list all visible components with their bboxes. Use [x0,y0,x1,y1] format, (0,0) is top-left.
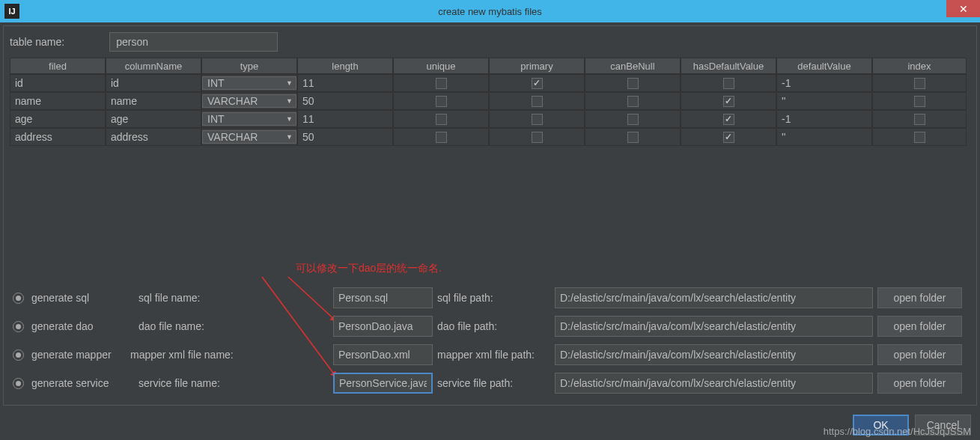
header-defaultvalue[interactable]: defaultValue [776,58,872,74]
header-length[interactable]: length [297,58,393,74]
cell-unique[interactable] [393,110,489,128]
type-select[interactable]: INT▼ [202,112,296,126]
cell-unique[interactable] [393,92,489,110]
table-name-input[interactable] [109,32,278,52]
cell-columnname[interactable]: id [106,74,201,92]
cell-filed[interactable]: name [10,92,106,110]
unique-checkbox[interactable] [436,114,447,125]
generate-sql-radio[interactable] [13,293,24,304]
index-checkbox[interactable] [914,114,925,125]
generate-service-radio[interactable] [13,378,24,389]
service-filename-input[interactable] [333,373,433,394]
header-columnname[interactable]: columnName [106,58,201,74]
mapper-filename-input[interactable] [333,344,433,365]
header-primary[interactable]: primary [489,58,585,74]
cell-type[interactable]: INT▼ [201,110,297,128]
dao-path-input[interactable] [555,316,873,337]
header-index[interactable]: index [872,58,967,74]
dao-open-folder-button[interactable]: open folder [877,316,962,337]
primary-checkbox[interactable] [532,78,543,89]
cell-primary[interactable] [489,128,585,146]
cell-hasdefault[interactable] [681,92,776,110]
type-select[interactable]: VARCHAR▼ [202,130,296,144]
cell-index[interactable] [872,74,967,92]
sql-filename-input[interactable] [333,287,433,308]
cell-canbenull[interactable] [585,110,681,128]
sql-open-folder-button[interactable]: open folder [877,287,962,308]
cell-type[interactable]: VARCHAR▼ [201,128,297,146]
service-open-folder-button[interactable]: open folder [877,373,962,394]
cell-hasdefault[interactable] [681,74,776,92]
cell-canbenull[interactable] [585,128,681,146]
cell-primary[interactable] [489,92,585,110]
header-type[interactable]: type [201,58,297,74]
cell-length[interactable]: 50 [297,128,393,146]
canbenull-checkbox[interactable] [627,96,639,107]
generate-mapper-radio[interactable] [13,349,24,361]
cancel-button[interactable]: Cancel [915,415,971,436]
cell-unique[interactable] [393,128,489,146]
cell-columnname[interactable]: age [106,110,201,128]
cell-defaultvalue[interactable]: '' [776,92,872,110]
index-checkbox[interactable] [914,96,925,107]
hasdefault-checkbox[interactable] [723,132,734,143]
hasdefault-checkbox[interactable] [723,114,734,125]
cell-columnname[interactable]: name [106,92,201,110]
cell-filed[interactable]: age [10,110,106,128]
cell-defaultvalue[interactable]: -1 [776,74,872,92]
unique-checkbox[interactable] [436,132,447,143]
header-unique[interactable]: unique [393,58,489,74]
generate-dao-radio[interactable] [13,321,24,332]
cell-index[interactable] [872,92,967,110]
type-select[interactable]: INT▼ [202,76,296,90]
mapper-path-input[interactable] [555,344,873,365]
hasdefault-checkbox[interactable] [723,78,734,89]
cell-filed[interactable]: id [10,74,106,92]
cell-hasdefault[interactable] [681,128,776,146]
sql-path-input[interactable] [555,287,873,308]
cell-length[interactable]: 50 [297,92,393,110]
cell-length[interactable]: 11 [297,110,393,128]
close-button[interactable]: ✕ [946,0,980,17]
cell-type[interactable]: INT▼ [201,74,297,92]
header-hasdefault[interactable]: hasDefaultValue [681,58,776,74]
type-select[interactable]: VARCHAR▼ [202,94,296,108]
cell-canbenull[interactable] [585,74,681,92]
cell-index[interactable] [872,110,967,128]
cell-type[interactable]: VARCHAR▼ [201,92,297,110]
canbenull-checkbox[interactable] [627,78,639,89]
hasdefault-checkbox[interactable] [723,96,734,107]
chevron-down-icon: ▼ [286,79,293,87]
unique-checkbox[interactable] [436,96,447,107]
mapper-open-folder-button[interactable]: open folder [877,344,962,365]
primary-checkbox[interactable] [532,96,543,107]
canbenull-checkbox[interactable] [627,114,639,125]
index-checkbox[interactable] [914,132,925,143]
cell-primary[interactable] [489,110,585,128]
primary-checkbox[interactable] [532,132,543,143]
canbenull-checkbox[interactable] [627,132,639,143]
table-row[interactable]: addressaddressVARCHAR▼50'' [10,128,970,146]
ok-button[interactable]: OK [853,415,909,436]
cell-defaultvalue[interactable]: -1 [776,110,872,128]
unique-checkbox[interactable] [436,78,447,89]
cell-hasdefault[interactable] [681,110,776,128]
cell-canbenull[interactable] [585,92,681,110]
header-filed[interactable]: filed [10,58,106,74]
cell-unique[interactable] [393,74,489,92]
table-row[interactable]: ididINT▼11-1 [10,74,970,92]
table-row[interactable]: ageageINT▼11-1 [10,110,970,128]
close-icon: ✕ [959,3,968,15]
dao-filename-input[interactable] [333,316,433,337]
header-canbenull[interactable]: canBeNull [585,58,681,74]
cell-columnname[interactable]: address [106,128,201,146]
cell-primary[interactable] [489,74,585,92]
index-checkbox[interactable] [914,78,925,89]
cell-defaultvalue[interactable]: '' [776,128,872,146]
cell-index[interactable] [872,128,967,146]
primary-checkbox[interactable] [532,114,543,125]
service-path-input[interactable] [555,373,873,394]
cell-length[interactable]: 11 [297,74,393,92]
table-row[interactable]: namenameVARCHAR▼50'' [10,92,970,110]
cell-filed[interactable]: address [10,128,106,146]
